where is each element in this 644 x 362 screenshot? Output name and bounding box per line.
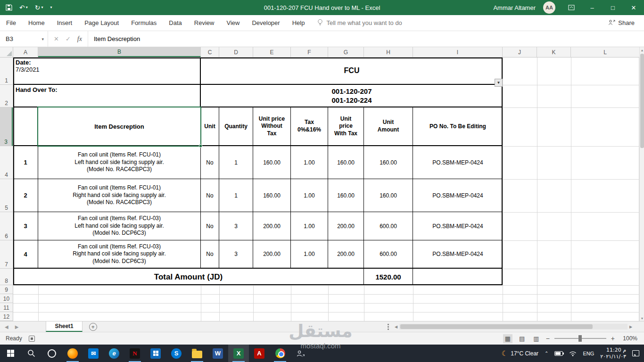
maximize-button[interactable]: □ [603, 0, 623, 15]
cell-unit-price-without-tax[interactable]: 200.00 [253, 212, 291, 240]
row-header-2[interactable]: 2 [0, 85, 13, 107]
zoom-slider[interactable] [554, 338, 606, 339]
taskbar-firefox[interactable] [62, 345, 83, 362]
cell-tax[interactable]: 1.00 [291, 240, 328, 269]
zoom-slider-thumb[interactable] [578, 335, 582, 342]
page-break-view-icon[interactable]: ▥ [531, 334, 541, 343]
zoom-level[interactable]: 100% [619, 335, 637, 342]
taskbar-acrobat[interactable]: A [249, 345, 270, 362]
undo-icon[interactable]: ↶▾ [19, 4, 28, 11]
insert-function-icon[interactable]: fx [77, 35, 82, 43]
column-header-k[interactable]: K [537, 47, 571, 57]
tray-chevron-icon[interactable]: ⌃ [545, 351, 548, 356]
name-box[interactable]: B3 ▾ [0, 31, 48, 47]
tab-view[interactable]: View [220, 15, 246, 31]
cell-unit-price-with-tax[interactable]: 160.00 [328, 146, 364, 179]
share-button[interactable]: Share [608, 19, 635, 27]
tab-file[interactable]: File [0, 15, 22, 31]
normal-view-icon[interactable]: ▦ [503, 334, 512, 343]
cell-item-no[interactable]: 2 [13, 179, 38, 212]
cell-hand-over-label[interactable]: Hand Over To: [13, 85, 201, 107]
tab-help[interactable]: Help [286, 15, 311, 31]
row-header-8[interactable]: 8 [0, 269, 13, 285]
cell-header-item-description[interactable]: Item Descreption [38, 107, 201, 146]
cell-total-value[interactable]: 1520.00 [364, 269, 413, 285]
new-sheet-icon[interactable]: + [89, 323, 97, 331]
cell-tax[interactable]: 1.00 [291, 212, 328, 240]
horizontal-scroll-thumb[interactable] [400, 324, 593, 329]
tab-home[interactable]: Home [22, 15, 51, 31]
scroll-up-icon[interactable]: ▲ [640, 47, 644, 53]
cell-unit-amount[interactable]: 160.00 [364, 179, 413, 212]
cell-po-no[interactable]: PO.SBM-MEP-0424 [413, 240, 503, 269]
row-header-1[interactable]: 1 [0, 58, 13, 85]
tab-review[interactable]: Review [188, 15, 221, 31]
taskbar-excel[interactable]: X [228, 345, 249, 362]
sheet-next-icon[interactable]: ▶ [15, 324, 19, 329]
row-header-11[interactable]: 11 [0, 303, 13, 312]
row-header-5[interactable]: 5 [0, 179, 13, 212]
cell-unit-price-with-tax[interactable]: 200.00 [328, 240, 364, 269]
cell-header-unit-price-with-tax[interactable]: Unit price With Tax [328, 107, 364, 146]
ribbon-display-options-icon[interactable] [561, 0, 582, 15]
tab-formulas[interactable]: Formulas [125, 15, 163, 31]
scroll-left-icon[interactable]: ◀ [393, 323, 399, 330]
cell-item-no[interactable]: 3 [13, 212, 38, 240]
select-all-corner[interactable] [0, 47, 13, 58]
cell-unit-price-without-tax[interactable]: 160.00 [253, 146, 291, 179]
cell-header-quantity[interactable]: Quantity [219, 107, 253, 146]
close-button[interactable]: ✕ [623, 0, 644, 15]
cell-header-tax[interactable]: Tax 0%&16% [291, 107, 328, 146]
column-header-h[interactable]: H [364, 47, 413, 57]
column-header-b[interactable]: B [38, 47, 201, 57]
tab-insert[interactable]: Insert [51, 15, 79, 31]
cell-description[interactable]: Fan coil unit (Items Ref. FCU-03) Left h… [38, 212, 201, 240]
taskbar-file-explorer[interactable] [187, 345, 207, 362]
sheet-prev-icon[interactable]: ◀ [5, 324, 8, 329]
cell-unit[interactable]: No [201, 212, 219, 240]
cell-unit[interactable]: No [201, 179, 219, 212]
row-header-6[interactable]: 6 [0, 212, 13, 240]
redo-icon[interactable]: ↻▾ [35, 4, 43, 11]
cell-po-no[interactable]: PO.SBM-MEP-0424 [413, 212, 503, 240]
cell-item-no[interactable]: 4 [13, 240, 38, 269]
cell-quantity[interactable]: 3 [219, 240, 253, 269]
fcu-dropdown-icon[interactable]: ▼ [495, 79, 503, 87]
cell-header-unit-price-without-tax[interactable]: Unit price Without Tax [253, 107, 291, 146]
tab-scroll-splitter[interactable] [388, 324, 389, 330]
horizontal-scrollbar[interactable]: ◀ ▶ [393, 323, 634, 330]
column-header-d[interactable]: D [219, 47, 253, 57]
cortana-button[interactable] [41, 345, 62, 362]
cell-item-no[interactable]: 1 [13, 146, 38, 179]
taskbar-chrome[interactable] [270, 345, 290, 362]
taskbar-search-button[interactable] [21, 345, 41, 362]
enter-icon[interactable]: ✓ [66, 35, 71, 42]
sheet-tab-sheet1[interactable]: Sheet1 [46, 321, 82, 332]
cell-header-unit[interactable]: Unit [201, 107, 219, 146]
cell-tax[interactable]: 1.00 [291, 146, 328, 179]
action-center-icon[interactable] [632, 350, 639, 356]
row-header-3[interactable]: 3 [0, 107, 13, 146]
zoom-in-icon[interactable]: + [611, 335, 615, 342]
taskbar-store[interactable] [145, 345, 166, 362]
cell-unit[interactable]: No [201, 146, 219, 179]
cell-header-po-no[interactable]: PO No. To Be Editing [413, 107, 503, 146]
cell-fcu-title[interactable]: FCU [201, 58, 503, 85]
taskbar-people[interactable] [290, 345, 311, 362]
tell-me-box[interactable]: Tell me what you want to do [317, 19, 402, 27]
cell-po-no[interactable]: PO.SBM-MEP-0424 [413, 146, 503, 179]
cell-unit[interactable]: No [201, 240, 219, 269]
tab-developer[interactable]: Developer [246, 15, 286, 31]
battery-icon[interactable] [554, 351, 563, 356]
network-icon[interactable] [569, 351, 577, 356]
cell-description[interactable]: Fan coil unit (Items Ref. FCU-03) Right … [38, 240, 201, 269]
user-name[interactable]: Ammar Altamer [493, 4, 536, 11]
column-header-l[interactable]: L [571, 47, 639, 57]
name-box-dropdown-icon[interactable]: ▾ [41, 37, 44, 41]
cell-unit-price-without-tax[interactable]: 200.00 [253, 240, 291, 269]
macro-record-icon[interactable] [29, 336, 35, 342]
column-header-i[interactable]: I [413, 47, 503, 57]
row-header-12[interactable]: 12 [0, 312, 13, 321]
cell-unit-amount[interactable]: 600.00 [364, 240, 413, 269]
cell-tax[interactable]: 1.00 [291, 179, 328, 212]
